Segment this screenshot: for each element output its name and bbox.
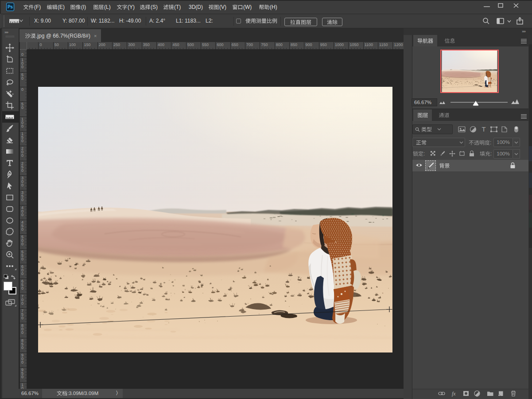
svg-text:T: T bbox=[482, 125, 485, 133]
svg-text:fx: fx bbox=[452, 391, 456, 397]
